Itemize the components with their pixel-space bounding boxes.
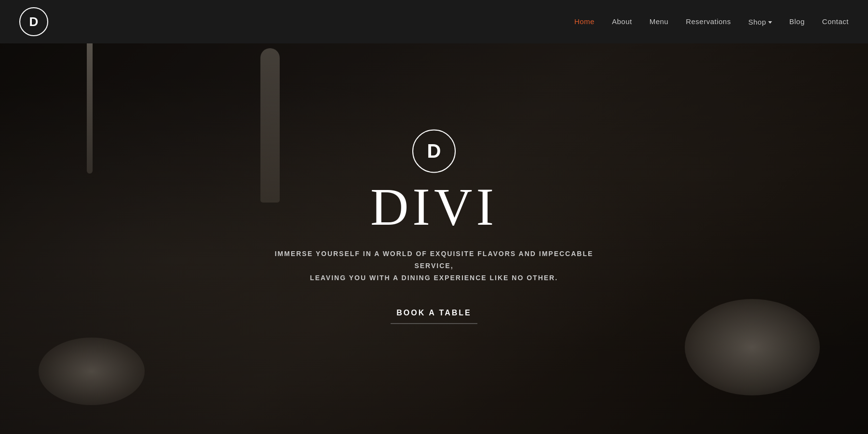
nav-link-menu[interactable]: Menu xyxy=(650,17,669,26)
book-table-button[interactable]: BOOK A TABLE xyxy=(391,309,477,324)
nav-link-reservations[interactable]: Reservations xyxy=(686,17,731,26)
book-table-label: BOOK A TABLE xyxy=(396,309,471,317)
table-decoration-right xyxy=(685,299,820,395)
hero-content: D DIVI IMMERSE YOURSELF IN A WORLD OF EX… xyxy=(260,129,608,324)
hero-subtitle: IMMERSE YOURSELF IN A WORLD OF EXQUISITE… xyxy=(260,248,608,285)
navbar: D Home About Menu Reservations Shop Blog… xyxy=(0,0,868,43)
book-table-underline xyxy=(391,323,477,324)
chevron-down-icon xyxy=(768,21,772,24)
nav-link-about[interactable]: About xyxy=(612,17,632,26)
nav-item-reservations[interactable]: Reservations xyxy=(686,17,731,26)
candle-decoration xyxy=(87,39,93,174)
nav-item-shop[interactable]: Shop xyxy=(748,18,772,26)
hero-logo-letter: D xyxy=(427,140,441,162)
nav-logo-letter: D xyxy=(29,14,39,29)
hero-logo: D xyxy=(412,129,456,173)
nav-links: Home About Menu Reservations Shop Blog C… xyxy=(574,17,849,26)
nav-link-blog[interactable]: Blog xyxy=(789,17,805,26)
nav-item-home[interactable]: Home xyxy=(574,17,595,26)
nav-item-blog[interactable]: Blog xyxy=(789,17,805,26)
hero-title: DIVI xyxy=(370,180,498,233)
nav-link-contact[interactable]: Contact xyxy=(822,17,849,26)
nav-item-menu[interactable]: Menu xyxy=(650,17,669,26)
table-decoration-left xyxy=(39,338,145,405)
hero-section: D DIVI IMMERSE YOURSELF IN A WORLD OF EX… xyxy=(0,0,868,434)
nav-item-about[interactable]: About xyxy=(612,17,632,26)
nav-item-contact[interactable]: Contact xyxy=(822,17,849,26)
nav-link-home[interactable]: Home xyxy=(574,17,595,26)
nav-link-shop[interactable]: Shop xyxy=(748,18,772,26)
nav-logo[interactable]: D xyxy=(19,7,48,36)
